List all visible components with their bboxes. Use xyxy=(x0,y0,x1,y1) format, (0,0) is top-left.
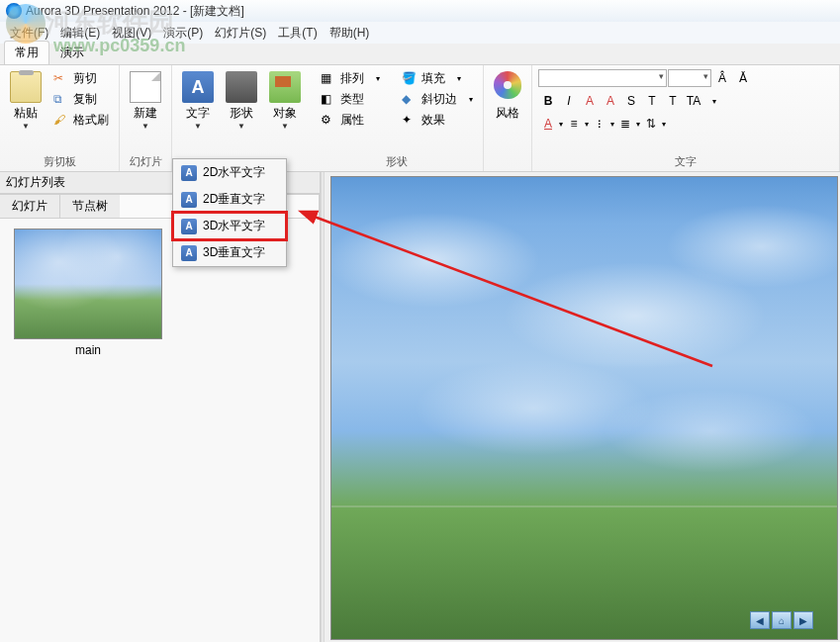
style-label: 风格 xyxy=(496,105,519,122)
chevron-down-icon: ▼ xyxy=(194,122,202,131)
ribbon-tabs: 常用 演示 xyxy=(0,44,840,65)
menu-help[interactable]: 帮助(H) xyxy=(324,23,376,44)
menu-item-3d-horizontal-text[interactable]: A3D水平文字 xyxy=(173,213,286,239)
menu-item-3d-vertical-text[interactable]: A3D垂直文字 xyxy=(173,239,286,266)
panel-tab-nodetree[interactable]: 节点树 xyxy=(59,194,121,218)
text-label: 文字 xyxy=(186,105,210,122)
app-icon xyxy=(6,3,22,19)
window-title: Aurora 3D Presentation 2012 - [新建文档] xyxy=(26,3,244,20)
chevron-down-icon: ▼ xyxy=(22,122,30,131)
type-icon: ◧ xyxy=(321,92,336,108)
text-group-label: 文字 xyxy=(538,154,833,169)
copy-button[interactable]: ⧉复制 xyxy=(49,90,113,109)
menu-item-2d-horizontal-text[interactable]: A2D水平文字 xyxy=(173,159,286,186)
main-area: 幻灯片列表 幻灯片 节点树 main ◀ ⌂ ▶ xyxy=(0,172,840,642)
font-color-b-button[interactable]: A xyxy=(601,92,620,110)
font-size-combo[interactable] xyxy=(668,69,711,87)
t2-button[interactable]: T xyxy=(663,92,683,110)
new-slide-label: 新建 xyxy=(134,105,157,122)
font-grow-button[interactable]: Â xyxy=(712,69,732,87)
line-spacing-button[interactable]: ⇅ xyxy=(641,115,661,133)
menu-bar: 文件(F) 编辑(E) 视图(V) 演示(P) 幻灯片(S) 工具(T) 帮助(… xyxy=(0,22,840,44)
fill-button[interactable]: 🪣填充▾ xyxy=(398,69,477,88)
new-doc-icon xyxy=(130,71,161,103)
menu-view[interactable]: 视图(V) xyxy=(106,23,157,44)
slide-group-label: 幻灯片 xyxy=(126,154,165,169)
t1-button[interactable]: T xyxy=(642,92,662,110)
menu-item-2d-vertical-text[interactable]: A2D垂直文字 xyxy=(173,186,286,213)
type-button[interactable]: ◧类型 xyxy=(317,90,384,109)
text-icon: A xyxy=(182,71,214,103)
clipboard-icon xyxy=(10,71,42,103)
canvas-3d-view[interactable]: ◀ ⌂ ▶ xyxy=(330,176,838,640)
ta-button[interactable]: TA xyxy=(684,92,703,110)
brush-icon: 🖌 xyxy=(53,113,69,129)
list-button[interactable]: ≣ xyxy=(615,115,635,133)
copy-icon: ⧉ xyxy=(53,92,69,108)
menu-slide[interactable]: 幻灯片(S) xyxy=(209,23,272,44)
slide-thumbnail-label: main xyxy=(10,343,166,357)
paste-button[interactable]: 粘贴 ▼ xyxy=(6,69,46,133)
underline-color-button[interactable]: A xyxy=(538,115,558,133)
scissors-icon: ✂ xyxy=(53,71,69,87)
slide-thumbnail[interactable] xyxy=(14,229,162,339)
italic-button[interactable]: I xyxy=(559,92,579,110)
effect-button[interactable]: ✦效果 xyxy=(398,111,477,130)
font-family-combo[interactable] xyxy=(538,69,667,87)
paste-label: 粘贴 xyxy=(14,105,38,122)
nav-next-button[interactable]: ▶ xyxy=(793,611,813,629)
bucket-icon: 🪣 xyxy=(402,71,418,87)
new-slide-button[interactable]: 新建 ▼ xyxy=(126,69,165,133)
sparkle-icon: ✦ xyxy=(402,113,418,129)
chevron-down-icon: ▼ xyxy=(141,122,149,131)
ribbon-group-insert: A 文字 ▼ 形状 ▼ 对象 ▼ xyxy=(172,65,311,171)
ribbon-group-slide: 新建 ▼ 幻灯片 xyxy=(120,65,172,171)
font-color-a-button[interactable]: A xyxy=(580,92,600,110)
text-icon: A xyxy=(181,245,197,261)
style-button[interactable]: 风格 xyxy=(490,69,525,124)
arrange-icon: ▦ xyxy=(321,71,336,87)
object-label: 对象 xyxy=(273,105,297,122)
ribbon-tab-present[interactable]: 演示 xyxy=(49,41,95,64)
font-shrink-button[interactable]: Ǎ xyxy=(733,69,753,87)
palette-icon xyxy=(494,71,521,99)
bevel-icon: ◆ xyxy=(402,92,418,108)
text-button[interactable]: A 文字 ▼ xyxy=(178,69,218,133)
cut-button[interactable]: ✂剪切 xyxy=(49,69,113,88)
viewport: ◀ ⌂ ▶ xyxy=(325,172,840,642)
chevron-down-icon: ▼ xyxy=(281,122,289,131)
align-left-button[interactable]: ≡ xyxy=(564,115,584,133)
bevel-button[interactable]: ◆斜切边▾ xyxy=(398,90,477,109)
bold-button[interactable]: B xyxy=(538,92,558,110)
object-icon xyxy=(269,71,301,103)
shape-group-label: 形状 xyxy=(317,154,477,169)
panel-tab-slides[interactable]: 幻灯片 xyxy=(0,194,60,218)
chevron-down-icon: ▼ xyxy=(237,122,245,131)
clipboard-group-label: 剪切板 xyxy=(6,154,113,169)
s-button[interactable]: S xyxy=(621,92,641,110)
shape-icon xyxy=(226,71,257,103)
shape-button[interactable]: 形状 ▼ xyxy=(222,69,261,133)
text-icon: A xyxy=(181,165,197,181)
nav-home-button[interactable]: ⌂ xyxy=(772,611,792,629)
nav-controls: ◀ ⌂ ▶ xyxy=(750,611,813,629)
ribbon-tab-common[interactable]: 常用 xyxy=(4,41,49,64)
object-button[interactable]: 对象 ▼ xyxy=(265,69,305,133)
arrange-button[interactable]: ▦排列▾ xyxy=(317,69,384,88)
ribbon-group-text: Â Ǎ B I A A S T T TA ▾ A▾ ≡▾ ⫶▾ ≣▾ ⇅▾ xyxy=(532,65,840,171)
chevron-down-icon[interactable]: ▾ xyxy=(704,92,724,110)
ribbon-group-shape: ▦排列▾ ◧类型 ⚙属性 🪣填充▾ ◆斜切边▾ ✦效果 形状 xyxy=(311,65,484,171)
ribbon-group-style: 风格 xyxy=(484,65,532,171)
gear-icon: ⚙ xyxy=(321,113,336,129)
align-top-button[interactable]: ⫶ xyxy=(590,115,609,133)
text-dropdown-menu: A2D水平文字 A2D垂直文字 A3D水平文字 A3D垂直文字 xyxy=(172,158,287,267)
menu-tool[interactable]: 工具(T) xyxy=(272,23,323,44)
text-icon: A xyxy=(181,192,197,208)
format-painter-button[interactable]: 🖌格式刷 xyxy=(49,111,113,130)
property-button[interactable]: ⚙属性 xyxy=(317,111,384,130)
ribbon: 粘贴 ▼ ✂剪切 ⧉复制 🖌格式刷 剪切板 新建 ▼ 幻灯片 A 文字 xyxy=(0,65,840,172)
nav-prev-button[interactable]: ◀ xyxy=(750,611,770,629)
title-bar: Aurora 3D Presentation 2012 - [新建文档] xyxy=(0,0,840,22)
text-icon: A xyxy=(181,219,197,234)
menu-present[interactable]: 演示(P) xyxy=(157,23,209,44)
